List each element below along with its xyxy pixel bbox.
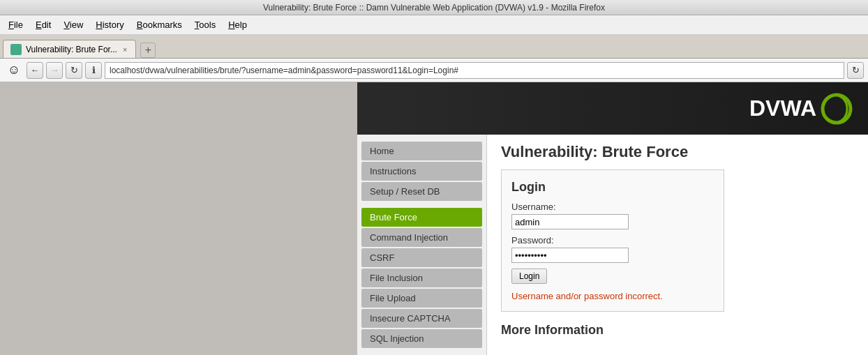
menu-file[interactable]: File	[3, 17, 29, 32]
tab-favicon	[10, 44, 22, 55]
nav-brute-force[interactable]: Brute Force	[361, 208, 482, 227]
profile-icon[interactable]: ☺	[4, 61, 24, 80]
nav-command-injection[interactable]: Command Injection	[361, 228, 482, 247]
main-area: Vulnerability: Brute Force Login Usernam…	[487, 135, 868, 355]
nav-setup-reset-db[interactable]: Setup / Reset DB	[361, 182, 482, 201]
refresh-button[interactable]: ↻	[66, 62, 82, 79]
username-label: Username:	[511, 202, 714, 212]
address-input[interactable]	[105, 62, 844, 79]
dvwa-header: DVWA	[357, 82, 868, 135]
nav-file-upload[interactable]: File Upload	[361, 289, 482, 308]
menu-bookmarks[interactable]: Bookmarks	[131, 17, 188, 32]
nav-insecure-captcha[interactable]: Insecure CAPTCHA	[361, 309, 482, 328]
website: DVWA Home Instructions Setup / Reset DB …	[357, 82, 868, 355]
password-label: Password:	[511, 235, 714, 246]
nav-sql-injection[interactable]: SQL Injection	[361, 329, 482, 348]
error-message: Username and/or password incorrect.	[511, 291, 714, 301]
menu-edit[interactable]: Edit	[30, 17, 57, 32]
address-bar: ☺ ← → ↻ ℹ ↻	[0, 59, 868, 82]
password-input[interactable]	[511, 248, 629, 263]
dvwa-logo: DVWA	[749, 91, 854, 126]
browser-content: DVWA Home Instructions Setup / Reset DB …	[0, 82, 868, 355]
nav-instructions[interactable]: Instructions	[361, 162, 482, 181]
info-button[interactable]: ℹ	[85, 62, 102, 79]
left-panel	[0, 82, 357, 355]
back-button[interactable]: ←	[27, 62, 43, 79]
dvwa-swirl-icon	[819, 91, 854, 126]
nav-file-inclusion[interactable]: File Inclusion	[361, 269, 482, 287]
window-title: Vulnerability: Brute Force :: Damn Vulne…	[263, 3, 605, 13]
tab-bar: Vulnerability: Brute For... × +	[0, 35, 868, 59]
page-title: Vulnerability: Brute Force	[501, 143, 854, 161]
menu-view[interactable]: View	[58, 17, 89, 32]
website-body: Home Instructions Setup / Reset DB Brute…	[357, 135, 868, 355]
tab-close-button[interactable]: ×	[121, 45, 128, 54]
menu-help[interactable]: Help	[223, 17, 253, 32]
more-info-title: More Information	[501, 323, 854, 338]
nav-home[interactable]: Home	[361, 142, 482, 160]
menu-bar: File Edit View History Bookmarks Tools H…	[0, 15, 868, 35]
menu-history[interactable]: History	[90, 17, 129, 32]
login-box-title: Login	[511, 180, 714, 195]
dvwa-logo-text: DVWA	[749, 96, 816, 121]
active-tab[interactable]: Vulnerability: Brute For... ×	[3, 40, 136, 58]
forward-button[interactable]: →	[46, 62, 63, 79]
reload-button[interactable]: ↻	[847, 62, 864, 79]
tab-label: Vulnerability: Brute For...	[26, 45, 117, 54]
sidebar-nav: Home Instructions Setup / Reset DB Brute…	[357, 135, 487, 355]
title-bar: Vulnerability: Brute Force :: Damn Vulne…	[0, 0, 868, 15]
username-input[interactable]	[511, 214, 629, 229]
new-tab-button[interactable]: +	[140, 43, 156, 58]
nav-csrf[interactable]: CSRF	[361, 248, 482, 267]
login-box: Login Username: Password: Login Username…	[501, 169, 724, 312]
menu-tools[interactable]: Tools	[189, 17, 221, 32]
login-button[interactable]: Login	[511, 269, 547, 284]
